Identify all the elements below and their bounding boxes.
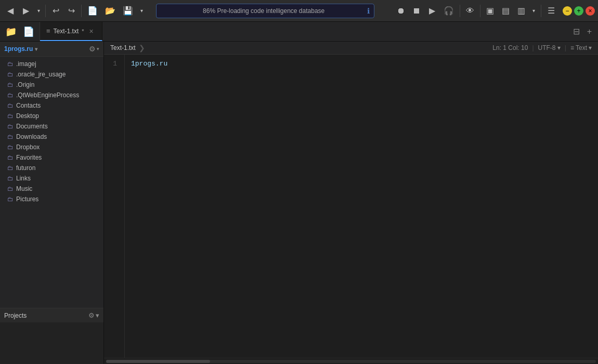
folder-view-button[interactable]: 📁 [3,25,19,38]
layout3-button[interactable]: ▥ [514,3,529,19]
file-item-label: Documents [16,123,48,130]
status-type-button[interactable]: ≡ Text ▾ [570,44,592,51]
toolbar-separator-2 [81,5,82,17]
breadcrumb-filename: Text-1.txt [110,44,136,51]
encoding-arrow-icon: ▾ [557,44,561,51]
record-button[interactable]: ⏺ [394,3,408,19]
code-editor[interactable]: 1progs.ru [125,55,598,358]
editor-scrollbar[interactable] [104,358,598,364]
save-button[interactable]: 💾 [120,3,136,19]
line-number-1: 1 [104,59,121,69]
file-item-label: Music [16,185,32,192]
file-item-label: Contacts [16,102,41,109]
play-button[interactable]: ▶ [425,3,439,19]
folder-icon: 🗀 [7,60,14,68]
forward-button[interactable]: ▶ [19,3,33,19]
tabbar-left-icons: 📁 📄 [0,22,40,41]
toolbar-right: ⏺ ⏹ ▶ 🎧 👁 ▣ ▤ ▥ ▾ ☰ − + × [394,3,595,19]
file-item-label: futuron [16,164,35,172]
file-dropdown-button[interactable]: ▾ [137,3,146,19]
sidebar-file-item[interactable]: 🗀Music [0,184,103,194]
window-controls: − + × [563,6,595,16]
gear-chevron-icon: ▾ [97,46,99,51]
folder-icon: 🗀 [7,112,14,120]
sidebar-header: 1progs.ru ▾ ⚙ ▾ [0,42,103,57]
layout2-button[interactable]: ▤ [499,3,513,19]
sidebar-settings-button[interactable]: ⚙ ▾ [89,45,99,53]
sidebar-file-item[interactable]: 🗀.Origin [0,80,103,90]
sidebar-file-item[interactable]: 🗀Desktop [0,111,103,121]
projects-settings-button[interactable]: ⚙ ▾ [88,311,99,319]
layout1-button[interactable]: ▣ [483,3,498,19]
folder-icon: 🗀 [7,92,14,99]
folder-icon: 🗀 [7,102,14,109]
status-separator: | [532,44,534,51]
menu-button[interactable]: ☰ [544,3,558,19]
layout-dropdown-button[interactable]: ▾ [530,3,538,19]
status-separator-2: | [565,44,566,51]
nav-dropdown-button[interactable]: ▾ [34,3,43,19]
status-encoding-button[interactable]: UTF-8 ▾ [538,44,561,51]
sidebar-file-item[interactable]: 🗀.oracle_jre_usage [0,69,103,80]
info-icon[interactable]: ℹ [367,7,370,15]
tab-modified: * [82,28,84,34]
folder-icon: 🗀 [7,164,14,172]
redo-button[interactable]: ↪ [64,3,79,19]
new-tab-button[interactable]: 📄 [21,25,36,38]
sidebar-file-item[interactable]: 🗀futuron [0,163,103,173]
type-arrow-icon: ▾ [589,44,592,51]
sidebar-file-item[interactable]: 🗀Contacts [0,100,103,111]
sidebar-title-text: 1progs.ru [4,45,33,53]
line-numbers: 1 [104,55,125,358]
sidebar-file-item[interactable]: 🗀Pictures [0,194,103,204]
encoding-label: UTF-8 [538,44,556,51]
tabbar-right: ⊟ + [567,22,598,41]
folder-icon: 🗀 [7,144,14,151]
type-icon: ≡ [570,44,574,51]
sidebar-file-item[interactable]: 🗀Documents [0,121,103,132]
gear-icon: ⚙ [89,45,96,53]
add-panel-button[interactable]: + [585,26,594,37]
sidebar-file-item[interactable]: 🗀.imagej [0,59,103,69]
sidebar-title[interactable]: 1progs.ru ▾ [4,45,37,53]
editor-status: Ln: 1 Col: 10 | UTF-8 ▾ | ≡ Text ▾ [492,44,592,51]
tab-close-button[interactable]: × [88,28,95,35]
file-item-label: Links [16,175,31,182]
close-button[interactable]: × [586,6,595,16]
code-line-1: 1progs.ru [131,59,592,69]
file-item-label: Dropbox [16,144,40,151]
headphone-button[interactable]: 🎧 [440,3,457,19]
back-button[interactable]: ◀ [3,3,18,19]
sidebar-file-item[interactable]: 🗀.QtWebEngineProcess [0,90,103,100]
tab-text1[interactable]: ≡ Text-1.txt * × [40,22,102,41]
new-file-button[interactable]: 📄 [84,3,101,19]
toolbar-separator-5 [541,5,541,17]
editor-content: 1 1progs.ru [104,55,598,358]
sidebar: 1progs.ru ▾ ⚙ ▾ 🗀.imagej🗀.oracle_jre_usa… [0,42,104,364]
scrollbar-thumb[interactable] [106,360,210,363]
address-bar[interactable]: 86% Pre-loading code intelligence databa… [156,4,374,18]
projects-chevron-icon: ▾ [96,311,99,319]
folder-icon: 🗀 [7,196,14,203]
sidebar-file-item[interactable]: 🗀Downloads [0,132,103,142]
open-button[interactable]: 📂 [102,3,119,19]
address-text: 86% Pre-loading code intelligence databa… [161,7,367,15]
scrollbar-track[interactable] [106,360,596,363]
tab-file-icon: ≡ [46,27,50,35]
minimize-button[interactable]: − [563,6,572,16]
sidebar-file-item[interactable]: 🗀Links [0,173,103,184]
maximize-button[interactable]: + [574,6,583,16]
undo-button[interactable]: ↩ [48,3,63,19]
panel-toggle-button[interactable]: ⊟ [571,25,582,37]
folder-icon: 🗀 [7,154,14,161]
projects-header: Projects ⚙ ▾ [0,308,103,322]
breadcrumb-arrow-icon: ❯ [139,44,145,52]
file-item-label: Favorites [16,154,42,161]
code-content: 1progs.ru [131,60,167,68]
sidebar-file-item[interactable]: 🗀Dropbox [0,142,103,152]
main-toolbar: ◀ ▶ ▾ ↩ ↪ 📄 📂 💾 ▾ 86% Pre-loading code i… [0,0,598,22]
stop-button[interactable]: ⏹ [409,3,424,19]
eye-button[interactable]: 👁 [463,3,477,19]
toolbar-separator-4 [480,5,480,17]
sidebar-file-item[interactable]: 🗀Favorites [0,152,103,163]
